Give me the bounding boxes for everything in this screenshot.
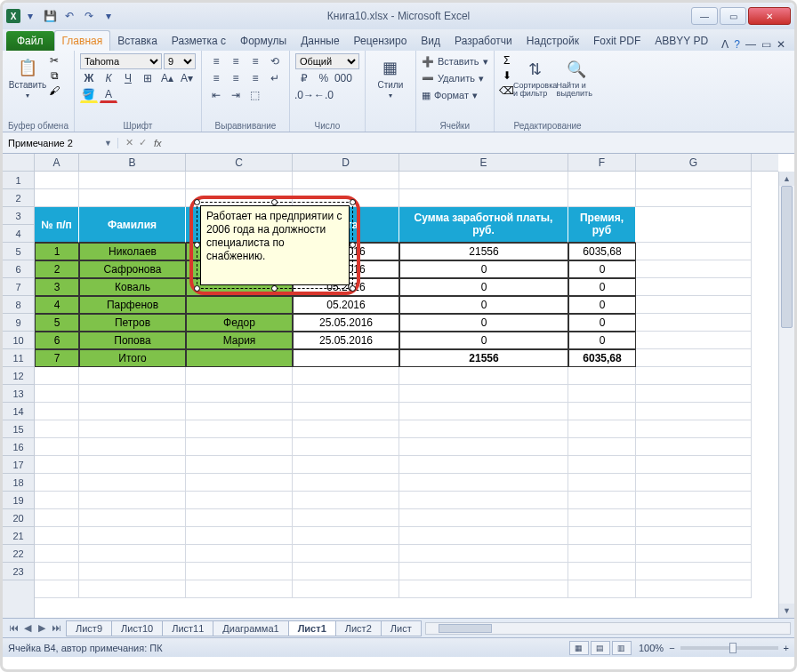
cell[interactable]: 0: [568, 260, 636, 278]
cell-comment[interactable]: Работает на предприятии с 2006 года на д…: [200, 205, 350, 285]
cell[interactable]: Петров: [79, 314, 186, 332]
font-size-combo[interactable]: 9: [164, 53, 196, 69]
cell[interactable]: [636, 527, 752, 545]
cell[interactable]: [35, 385, 79, 403]
select-all-corner[interactable]: [3, 154, 35, 172]
cell[interactable]: [79, 367, 186, 385]
underline-button[interactable]: Ч: [119, 70, 137, 86]
sheet-tab[interactable]: Лист10: [111, 620, 163, 636]
cell[interactable]: [399, 527, 568, 545]
cell[interactable]: [35, 189, 79, 207]
cell[interactable]: [568, 189, 636, 207]
cell[interactable]: 0: [399, 314, 568, 332]
copy-icon[interactable]: ⧉: [47, 68, 61, 83]
cells-area[interactable]: № п/пФамилияДатаСумма заработной платы, …: [35, 172, 778, 618]
italic-button[interactable]: К: [100, 70, 117, 86]
cell[interactable]: [636, 349, 752, 367]
decrease-indent-button[interactable]: ⇤: [207, 87, 225, 103]
cell[interactable]: [35, 474, 79, 492]
minimize-button[interactable]: —: [691, 7, 718, 25]
cell[interactable]: [186, 189, 293, 207]
cell[interactable]: [568, 474, 636, 492]
cell[interactable]: [293, 580, 399, 598]
cell[interactable]: [186, 492, 293, 509]
cell[interactable]: [636, 260, 752, 278]
cell[interactable]: 6035,68: [568, 243, 636, 260]
font-color-button[interactable]: A: [100, 87, 117, 103]
cell[interactable]: [79, 438, 186, 456]
cell[interactable]: [636, 385, 752, 403]
row-header[interactable]: 1: [3, 172, 34, 189]
cell[interactable]: [399, 456, 568, 474]
cell[interactable]: [399, 189, 568, 207]
minimize-ribbon-icon[interactable]: ᐱ: [721, 38, 729, 51]
currency-button[interactable]: ₽: [295, 70, 313, 86]
scroll-thumb[interactable]: [781, 186, 793, 328]
cell[interactable]: № п/п: [35, 207, 79, 243]
cell[interactable]: [399, 385, 568, 403]
font-name-combo[interactable]: Tahoma: [80, 53, 162, 69]
cell[interactable]: [35, 509, 79, 527]
styles-button[interactable]: ▦ Стили ▾: [371, 53, 410, 103]
cell[interactable]: [399, 420, 568, 438]
row-header[interactable]: 4: [3, 225, 34, 243]
cell[interactable]: [35, 420, 79, 438]
cell[interactable]: [293, 420, 399, 438]
cell[interactable]: 0: [399, 332, 568, 349]
cell[interactable]: [568, 420, 636, 438]
cell[interactable]: [568, 456, 636, 474]
cell[interactable]: [568, 367, 636, 385]
cell[interactable]: Попова: [79, 332, 186, 349]
cell[interactable]: [636, 438, 752, 456]
cell[interactable]: Премия, руб: [568, 207, 636, 243]
sheet-nav-first-icon[interactable]: ⏮: [6, 622, 20, 634]
cell[interactable]: [399, 367, 568, 385]
cell[interactable]: [636, 296, 752, 314]
doc-min-icon[interactable]: —: [745, 38, 756, 51]
tab-review[interactable]: Рецензиро: [347, 31, 415, 51]
sheet-nav-last-icon[interactable]: ⏭: [49, 622, 63, 634]
cell[interactable]: [186, 563, 293, 580]
scroll-down-icon[interactable]: ▼: [779, 604, 794, 618]
row-header[interactable]: 11: [3, 349, 34, 367]
cell[interactable]: [399, 403, 568, 420]
cell[interactable]: [35, 456, 79, 474]
border-button[interactable]: ⊞: [139, 70, 157, 86]
cell[interactable]: [186, 385, 293, 403]
cell[interactable]: [79, 527, 186, 545]
sheet-tab[interactable]: Лист1: [288, 620, 336, 636]
cell[interactable]: 25.05.2016: [293, 332, 399, 349]
cell[interactable]: 4: [35, 296, 79, 314]
cell[interactable]: [636, 367, 752, 385]
row-header[interactable]: 6: [3, 260, 34, 278]
cell[interactable]: 7: [35, 349, 79, 367]
maximize-button[interactable]: ▭: [720, 7, 746, 25]
cell[interactable]: [186, 545, 293, 563]
cell[interactable]: Мария: [186, 332, 293, 349]
cell[interactable]: [35, 580, 79, 598]
cell[interactable]: [636, 172, 752, 189]
cell[interactable]: 21556: [399, 243, 568, 260]
tab-insert[interactable]: Вставка: [110, 31, 165, 51]
bold-button[interactable]: Ж: [80, 70, 98, 86]
cell[interactable]: 21556: [399, 349, 568, 367]
cell[interactable]: [186, 527, 293, 545]
tab-foxit[interactable]: Foxit PDF: [586, 31, 648, 51]
sheet-tab[interactable]: Лист11: [162, 620, 213, 636]
percent-button[interactable]: %: [315, 70, 333, 86]
cell[interactable]: Сафронова: [79, 260, 186, 278]
cell[interactable]: [293, 367, 399, 385]
close-button[interactable]: ✕: [748, 7, 791, 25]
scroll-up-icon[interactable]: ▲: [779, 172, 794, 186]
sheet-tab[interactable]: Лист: [381, 620, 422, 636]
cell[interactable]: 0: [399, 296, 568, 314]
align-left-button[interactable]: ≡: [207, 70, 225, 86]
zoom-slider[interactable]: [680, 646, 778, 650]
row-header[interactable]: 9: [3, 314, 34, 332]
column-header[interactable]: E: [399, 154, 568, 171]
cell[interactable]: [79, 403, 186, 420]
cell[interactable]: [293, 172, 399, 189]
cell[interactable]: [568, 563, 636, 580]
cell[interactable]: [293, 349, 399, 367]
file-tab[interactable]: Файл: [6, 31, 54, 51]
